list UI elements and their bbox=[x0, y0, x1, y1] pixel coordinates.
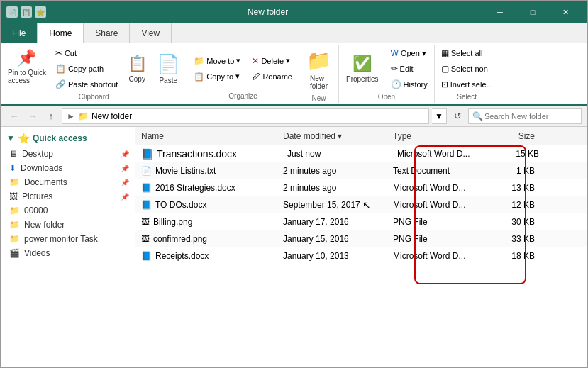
copy-to-icon: 📋 bbox=[194, 72, 204, 82]
new-folder-icon: 📁 bbox=[306, 49, 331, 73]
properties-button[interactable]: ✅ Properties bbox=[342, 52, 383, 85]
pictures-label: Pictures bbox=[22, 191, 52, 201]
copy-to-button[interactable]: 📋 Copy to ▾ bbox=[190, 69, 244, 84]
paste-label: Paste bbox=[159, 77, 177, 84]
doc-icon-4: 📘 bbox=[141, 200, 152, 210]
doc-icon-7: 📘 bbox=[141, 251, 152, 261]
pin-label: Pin to Quickaccess bbox=[8, 69, 46, 84]
sidebar-item-00000[interactable]: 📁 00000 bbox=[1, 203, 135, 218]
up-button[interactable]: ↑ bbox=[43, 108, 59, 124]
file-row[interactable]: 🖼 confimred.png January 15, 2016 PNG Fil… bbox=[135, 230, 587, 247]
sidebar-item-downloads[interactable]: ⬇ Downloads 📌 bbox=[1, 161, 135, 175]
desktop-pin-icon: 📌 bbox=[121, 150, 129, 158]
select-buttons: ▦ Select all ▢ Select non ⊡ Invert sele.… bbox=[438, 46, 497, 91]
copy-path-icon: 📋 bbox=[55, 64, 66, 74]
delete-button[interactable]: ✕ Delete ▾ bbox=[248, 54, 296, 68]
quick-access-icon: ▼ bbox=[6, 133, 15, 143]
title-doc-icon: 📄 bbox=[6, 6, 18, 18]
tab-share[interactable]: Share bbox=[84, 23, 130, 43]
move-to-button[interactable]: 📁 Move to ▾ bbox=[190, 54, 244, 68]
paste-shortcut-button[interactable]: 🔗 Paste shortcut bbox=[52, 77, 121, 91]
window-controls: ─ □ ✕ bbox=[484, 1, 582, 23]
maximize-button[interactable]: □ bbox=[516, 1, 549, 23]
edit-button[interactable]: ✏ Edit bbox=[387, 62, 431, 76]
organize-label: Organize bbox=[190, 91, 296, 101]
file-row[interactable]: 🖼 Billing.png January 17, 2016 PNG File … bbox=[135, 213, 587, 230]
file-row[interactable]: 📘 Receipts.docx January 10, 2013 Microso… bbox=[135, 247, 587, 264]
copy-icon: 📋 bbox=[128, 55, 147, 73]
sidebar-item-powermonitor[interactable]: 📁 power monitor Task bbox=[1, 232, 135, 246]
forward-button[interactable]: → bbox=[25, 108, 40, 124]
file-row[interactable]: 📘 TO DOs.docx September 15, 2017↖ Micros… bbox=[135, 196, 587, 213]
file-row[interactable]: 📄 Movie Listins.txt 2 minutes ago Text D… bbox=[135, 162, 587, 179]
tab-view[interactable]: View bbox=[130, 23, 172, 43]
open-button[interactable]: W Open ▾ bbox=[387, 46, 431, 60]
copy-button[interactable]: 📋 Copy bbox=[123, 52, 151, 85]
minimize-button[interactable]: ─ bbox=[484, 1, 516, 23]
file-row[interactable]: 📘 Transactions.docx Just now Microsoft W… bbox=[135, 145, 587, 162]
sidebar-item-newfolder[interactable]: 📁 New folder bbox=[1, 218, 135, 232]
select-all-icon: ▦ bbox=[441, 48, 449, 58]
videos-label: Videos bbox=[24, 248, 50, 258]
file-type-2: Text Document bbox=[393, 166, 492, 176]
tab-file[interactable]: File bbox=[1, 23, 38, 43]
sidebar-item-videos[interactable]: 🎬 Videos bbox=[1, 246, 135, 260]
new-buttons: 📁 Newfolder bbox=[302, 46, 335, 93]
quick-access-header[interactable]: ▼ ⭐ Quick access bbox=[1, 130, 135, 147]
newfolder-icon: 📁 bbox=[9, 220, 20, 230]
file-size-7: 18 KB bbox=[492, 251, 535, 261]
refresh-button[interactable]: ↺ bbox=[450, 108, 465, 124]
back-button[interactable]: ← bbox=[6, 108, 22, 124]
pin-to-quick-access-button[interactable]: 📌 Pin to Quickaccess bbox=[4, 46, 50, 91]
address-dropdown-button[interactable]: ▼ bbox=[432, 108, 447, 124]
open-label: Open bbox=[342, 91, 431, 102]
window-title: New folder bbox=[52, 7, 484, 17]
search-input[interactable] bbox=[468, 108, 582, 124]
cut-button[interactable]: ✂ Cut bbox=[52, 46, 121, 60]
file-type-1: Microsoft Word D... bbox=[397, 149, 497, 159]
address-path[interactable]: ► 📁 New folder bbox=[62, 108, 429, 124]
file-size-6: 33 KB bbox=[492, 234, 535, 244]
copy-path-button[interactable]: 📋 Copy path bbox=[52, 62, 121, 76]
file-area-wrapper: Name Date modified ▾ Type Size 📘 Transac… bbox=[135, 127, 587, 368]
select-none-icon: ▢ bbox=[441, 64, 449, 74]
col-size-header[interactable]: Size bbox=[492, 131, 535, 141]
move-to-label: Move to bbox=[206, 57, 234, 65]
sidebar-item-documents[interactable]: 📁 Documents 📌 bbox=[1, 175, 135, 189]
sort-arrow: ▾ bbox=[338, 131, 342, 141]
paste-shortcut-icon: 🔗 bbox=[55, 79, 66, 89]
properties-icon: ✅ bbox=[353, 55, 372, 73]
sidebar-item-desktop[interactable]: 🖥 Desktop 📌 bbox=[1, 147, 135, 161]
delete-label: Delete bbox=[261, 57, 284, 65]
select-none-button[interactable]: ▢ Select non bbox=[438, 62, 497, 76]
file-col-name-6: 🖼 confimred.png bbox=[141, 234, 283, 244]
ribbon-group-select: ▦ Select all ▢ Select non ⊡ Invert sele.… bbox=[435, 45, 499, 103]
paste-button[interactable]: 📄 Paste bbox=[152, 50, 184, 87]
history-button[interactable]: 🕐 History bbox=[387, 77, 431, 91]
close-button[interactable]: ✕ bbox=[549, 1, 582, 23]
col-name-header[interactable]: Name bbox=[141, 131, 283, 141]
tab-home[interactable]: Home bbox=[38, 23, 84, 43]
file-icon-1: 📘 Transactions.docx bbox=[141, 148, 283, 160]
edit-icon: ✏ bbox=[391, 64, 398, 74]
open-label: Open bbox=[401, 49, 420, 57]
file-name-7: Receipts.docx bbox=[155, 251, 209, 261]
file-date-6: January 15, 2016 bbox=[283, 234, 393, 244]
col-date-header[interactable]: Date modified ▾ bbox=[283, 131, 393, 141]
file-size-4: 12 KB bbox=[492, 200, 535, 210]
00000-label: 00000 bbox=[24, 206, 48, 216]
select-all-button[interactable]: ▦ Select all bbox=[438, 46, 497, 60]
file-row[interactable]: 📘 2016 Strategies.docx 2 minutes ago Mic… bbox=[135, 179, 587, 196]
clipboard-buttons: 📌 Pin to Quickaccess ✂ Cut 📋 Copy path 🔗… bbox=[4, 46, 184, 91]
copy-to-label: Copy to bbox=[206, 72, 233, 81]
tab-bar: File Home Share View bbox=[1, 23, 587, 43]
col-type-header[interactable]: Type bbox=[393, 131, 492, 141]
rename-button[interactable]: 🖊 Rename bbox=[248, 69, 296, 84]
doc-icon-2: 📄 bbox=[141, 166, 152, 176]
file-name-2: Movie Listins.txt bbox=[155, 166, 216, 176]
desktop-icon: 🖥 bbox=[9, 149, 18, 159]
new-folder-button[interactable]: 📁 Newfolder bbox=[302, 46, 335, 93]
sidebar-item-pictures[interactable]: 🖼 Pictures 📌 bbox=[1, 189, 135, 203]
file-date-5: January 17, 2016 bbox=[283, 217, 393, 227]
invert-selection-button[interactable]: ⊡ Invert sele... bbox=[438, 77, 497, 91]
